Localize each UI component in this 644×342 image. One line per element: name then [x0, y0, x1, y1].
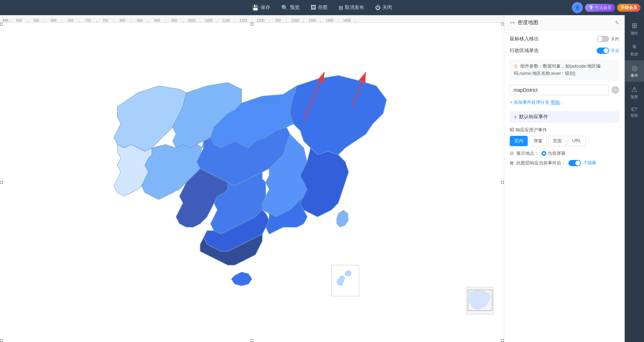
ruler-tick: 1350: [304, 19, 321, 22]
hide-label: 不隐藏: [584, 160, 596, 166]
handle-mid-left[interactable]: [0, 181, 3, 184]
toolbar: 💾 保存 🔍 预览 🖼 存图 ⊞ 取消发布 ⏻ 关闭 👤 💎 个人会员 升级会员: [0, 0, 644, 15]
display-row: ⊡ 展示地点： 当前屏幕: [510, 150, 619, 157]
panel-header-left: >> 密度地图: [510, 19, 538, 26]
param-desc-icon: ⊙: [514, 63, 518, 69]
cancel-publish-button[interactable]: ⊞ 取消发布: [334, 2, 369, 13]
layer-label: 此图层响应当前事件后：: [516, 160, 566, 166]
param-input-row: ✕: [510, 85, 619, 95]
period: 。: [561, 99, 566, 105]
toolbar-center: 💾 保存 🔍 预览 🖼 存图 ⊞ 取消发布 ⏻ 关闭: [247, 2, 397, 13]
sidebar-help[interactable]: E? 帮助: [625, 103, 644, 122]
properties-icon: ⊞: [632, 21, 637, 30]
panel-header: >> 密度地图 ✎: [504, 15, 625, 30]
handle-top-right[interactable]: [501, 23, 504, 26]
vip-badge[interactable]: 💎 个人会员: [585, 4, 615, 12]
sidebar-alerts[interactable]: ⚠ 预警: [625, 82, 644, 103]
handle-mid-right[interactable]: [501, 181, 504, 184]
save-label: 保存: [261, 4, 270, 11]
preview-button[interactable]: 🔍 预览: [276, 2, 304, 13]
admin-toggle-track[interactable]: [597, 48, 609, 54]
mouse-enter-toggle[interactable]: 关闭: [597, 36, 619, 42]
hide-toggle-thumb: [575, 161, 580, 165]
events-label: 事件: [631, 73, 638, 78]
mouse-toggle-track[interactable]: [597, 36, 609, 42]
display-option-label: 当前屏幕: [548, 150, 566, 157]
cancel-publish-label: 取消发布: [345, 4, 364, 11]
param-desc-box: ⊙ 组件参数：数据对象，如{adcode:地区编码,name:地区名称,leve…: [510, 59, 619, 81]
save-button[interactable]: 💾 保存: [247, 2, 275, 13]
preview-icon: 🔍: [281, 4, 288, 11]
mouse-enter-row: 鼠标移入移出 关闭: [510, 36, 619, 42]
tab-url[interactable]: URL: [568, 136, 586, 146]
ruler-tick: 1300: [286, 19, 304, 22]
china-map-container: [97, 58, 407, 306]
panel-edit-icon[interactable]: ✎: [615, 20, 619, 26]
save-image-label: 存图: [318, 4, 328, 11]
accordion-label: 默认响应事件: [519, 114, 548, 120]
panel-body: 鼠标移入移出 关闭 行政区域单击 开启: [504, 30, 625, 342]
display-icon: ⊡: [510, 151, 514, 156]
add-event-row[interactable]: + 添加事件处理分支 帮助 。: [510, 99, 619, 105]
response-section-label: 昭 响应应用户事件: [510, 127, 619, 133]
ruler-tick: 1450: [338, 19, 355, 22]
handle-top-left[interactable]: [0, 23, 3, 26]
sidebar-events[interactable]: ◎ 事件: [625, 60, 644, 82]
handle-bottom-right[interactable]: [501, 339, 504, 342]
accordion-icon: ∨: [514, 114, 517, 119]
ruler-tick: 1100: [217, 19, 235, 22]
handle-top-mid[interactable]: [251, 23, 253, 26]
ruler-tick: 1050: [200, 19, 217, 22]
accordion-header[interactable]: ∨ 默认响应事件: [510, 111, 619, 123]
ruler-tick: 750: [97, 19, 114, 22]
ruler-tick: 900: [148, 19, 166, 22]
ruler-tick: 850: [131, 19, 148, 22]
canvas-content[interactable]: [0, 23, 504, 342]
upgrade-button[interactable]: 升级会员: [617, 4, 641, 12]
ruler-ticks: 498 500 550 600 650 700 750 800 850 900 …: [0, 19, 355, 22]
response-label: 响应应用户事件: [516, 127, 547, 133]
ruler-tick: 800: [114, 19, 131, 22]
data-icon: ≡: [632, 43, 636, 51]
hide-toggle[interactable]: [568, 160, 581, 166]
handle-bottom-mid[interactable]: [251, 339, 253, 342]
ruler-tick: 550: [28, 19, 45, 22]
data-label: 数据: [631, 52, 638, 57]
tab-page[interactable]: 页面: [548, 136, 566, 146]
china-map-svg: [97, 58, 407, 306]
ruler-tick: 700: [79, 19, 97, 22]
tab-popup[interactable]: 弹窗: [529, 136, 547, 146]
save-image-button[interactable]: 🖼 存图: [306, 2, 332, 13]
close-button[interactable]: ⏻ 关闭: [370, 2, 397, 13]
cancel-publish-icon: ⊞: [339, 4, 343, 11]
minimap: [466, 287, 494, 314]
properties-label: 属性: [631, 31, 638, 36]
add-event-label: + 添加事件处理分支: [510, 99, 549, 105]
user-avatar[interactable]: 👤: [572, 2, 583, 13]
canvas-area[interactable]: 498 500 550 600 650 700 750 800 850 900 …: [0, 15, 504, 342]
help-link[interactable]: 帮助: [551, 99, 560, 105]
admin-toggle-label: 开启: [611, 48, 619, 54]
ruler-horizontal: 498 500 550 600 650 700 750 800 850 900 …: [0, 15, 504, 23]
ruler-tick: 1000: [183, 19, 200, 22]
display-option-current[interactable]: 当前屏幕: [541, 150, 566, 157]
clear-button[interactable]: ✕: [612, 86, 619, 94]
main-layout: 498 500 550 600 650 700 750 800 850 900 …: [0, 15, 644, 342]
tab-group: 页内 弹窗 页面 URL: [510, 136, 619, 146]
admin-toggle-thumb: [604, 48, 608, 53]
save-icon: 💾: [252, 4, 259, 11]
panel-title: 密度地图: [518, 19, 538, 26]
alert-icon: ⚠: [631, 85, 637, 93]
alerts-label: 预警: [631, 94, 638, 100]
param-input[interactable]: [510, 85, 609, 95]
tab-page-inner[interactable]: 页内: [510, 136, 528, 146]
panel-breadcrumb: >>: [510, 20, 515, 25]
sidebar-properties[interactable]: ⊞ 属性: [625, 18, 644, 39]
ruler-tick: 498: [0, 19, 10, 22]
ruler-tick: 1150: [235, 19, 252, 22]
close-label: 关闭: [382, 4, 392, 11]
admin-toggle[interactable]: 开启: [597, 48, 619, 54]
handle-bottom-left[interactable]: [0, 339, 3, 342]
sidebar-data[interactable]: ≡ 数据: [625, 39, 644, 60]
save-image-icon: 🖼: [311, 4, 316, 11]
